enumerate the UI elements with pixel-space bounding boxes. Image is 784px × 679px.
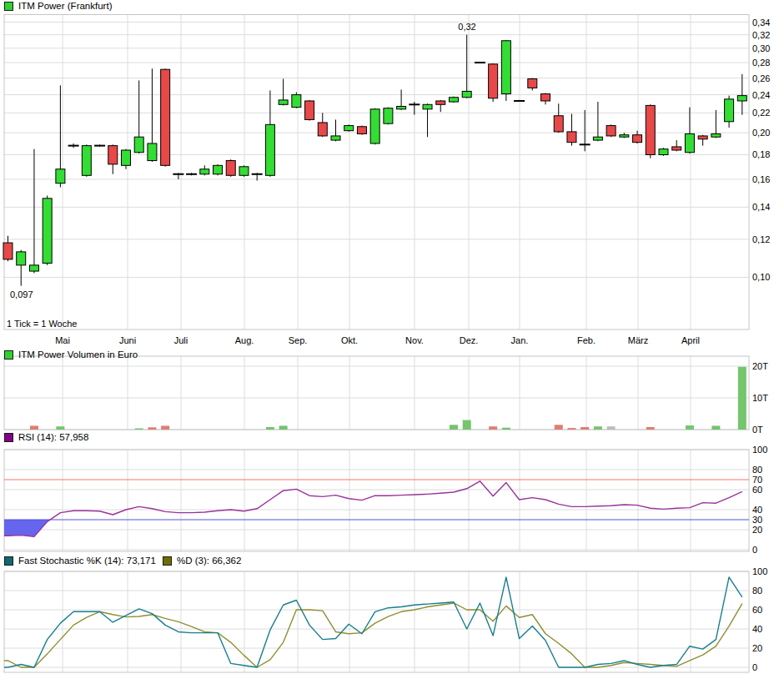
price-axis-label: 0,16	[752, 174, 770, 184]
volume-bar	[711, 425, 720, 430]
candle-body	[462, 91, 471, 97]
doji-dash	[580, 143, 591, 145]
candle-body	[305, 101, 314, 119]
candle-body	[265, 124, 274, 175]
price-axis-label: 0,28	[752, 58, 770, 68]
candle-body	[29, 265, 38, 271]
price-axis-label: 0,30	[752, 43, 770, 53]
volume-bar	[686, 425, 694, 430]
candle-body	[554, 116, 563, 132]
month-axis-label: Jan.	[511, 335, 529, 345]
doji-dash	[94, 145, 105, 147]
candle-body	[672, 147, 681, 150]
volume-bar	[463, 420, 471, 430]
oversold-label: 30	[752, 515, 762, 525]
price-axis-label: 0,26	[752, 73, 770, 83]
candle-body	[214, 165, 223, 174]
low-price-annotation: 0,097	[10, 289, 33, 299]
candle-body	[659, 149, 668, 155]
volume-bar	[594, 426, 602, 430]
candle-body	[449, 98, 458, 102]
candle-body	[620, 135, 629, 138]
price-axis-label: 0,18	[752, 149, 770, 159]
candle-body	[541, 94, 550, 101]
price-axis-label: 0,10	[752, 272, 770, 282]
rsi-plot: 7030	[4, 475, 762, 537]
month-axis-label: Feb.	[577, 335, 596, 345]
stochastic-axis-label: 20	[752, 643, 762, 653]
doji-dash	[252, 174, 263, 175]
candle-body	[725, 99, 734, 122]
stock-chart-screen: 0,340,320,300,280,260,240,220,200,180,16…	[0, 0, 784, 679]
volume-panel-legend: ITM Power Volumen in Euro	[4, 350, 138, 360]
candle-body	[43, 199, 52, 264]
month-axis-label: März	[628, 335, 648, 345]
volume-bar	[738, 367, 746, 430]
doji-dash	[68, 145, 79, 147]
month-axis-label: Dez.	[460, 335, 479, 345]
month-axis-label: Okt.	[341, 335, 358, 345]
stochastic-d-line	[4, 603, 742, 667]
price-axis-label: 0,34	[752, 18, 770, 28]
candle-body	[200, 169, 209, 174]
candle-body	[3, 243, 13, 259]
doji-dash	[173, 174, 183, 175]
candle-body	[318, 123, 327, 136]
stochastic-d-swatch-icon	[163, 556, 172, 566]
rsi-panel-title: RSI (14): 57,958	[18, 432, 88, 442]
volume-bar	[646, 427, 655, 430]
candle-body	[161, 69, 170, 165]
rsi-panel-legend: RSI (14): 57,958	[4, 432, 88, 442]
candle-body	[357, 127, 366, 134]
rsi-axis-label: 80	[752, 465, 762, 475]
price-axis-label: 0,12	[752, 234, 770, 244]
candle-body	[436, 101, 445, 104]
month-axis-label: Aug.	[235, 335, 254, 345]
price-axis-label: 0,22	[752, 108, 770, 118]
volume-bar	[567, 428, 575, 430]
candle-body	[82, 146, 91, 176]
stochastic-axis-label: 100	[752, 566, 767, 576]
month-axis-label: Juli	[174, 335, 188, 345]
volume-bar	[56, 426, 64, 430]
doji-dash	[409, 103, 420, 105]
volume-bar	[450, 425, 458, 430]
candle-body	[108, 146, 118, 164]
candle-body	[646, 105, 655, 154]
candle-body	[633, 135, 642, 143]
candle-body	[698, 136, 707, 139]
volume-axis-label: 10T	[752, 393, 768, 403]
volume-legend-swatch-icon	[4, 350, 13, 360]
month-axis-label: April	[681, 335, 700, 345]
rsi-axis-label: 60	[752, 485, 762, 495]
month-axis-label: Juni	[119, 335, 136, 345]
candle-body	[279, 100, 288, 104]
doji-dash	[514, 100, 525, 102]
candle-body	[134, 137, 143, 153]
month-axis-label: Mai	[55, 335, 70, 345]
main-legend-swatch-icon	[4, 2, 13, 11]
rsi-legend-swatch-icon	[4, 433, 13, 442]
tick-interval-note: 1 Tick = 1 Woche	[7, 319, 77, 329]
rsi-axis-label: 100	[752, 445, 767, 455]
candle-body	[737, 96, 746, 101]
stochastic-axis-label: 0	[752, 662, 757, 672]
volume-bar	[489, 426, 497, 430]
volume-panel-title: ITM Power Volumen in Euro	[18, 350, 138, 360]
candle-body	[148, 143, 157, 161]
candle-body	[344, 126, 354, 131]
candlesticks	[3, 35, 746, 286]
high-price-annotation: 0,32	[458, 22, 475, 32]
doji-dash	[475, 62, 485, 63]
rsi-axis-label: 40	[752, 505, 762, 515]
volume-bar	[30, 425, 38, 430]
month-axis-label: Nov.	[405, 335, 424, 345]
price-axis-label: 0,32	[752, 30, 770, 40]
candle-body	[239, 167, 249, 176]
stochastic-k-title: Fast Stochastic %K (14): 73,171	[18, 556, 156, 566]
volume-axis-label: 0T	[752, 425, 763, 435]
volume-bar	[161, 425, 169, 430]
price-axis-label: 0,14	[752, 202, 770, 212]
volume-bar	[607, 426, 616, 430]
volume-bar	[555, 425, 563, 430]
